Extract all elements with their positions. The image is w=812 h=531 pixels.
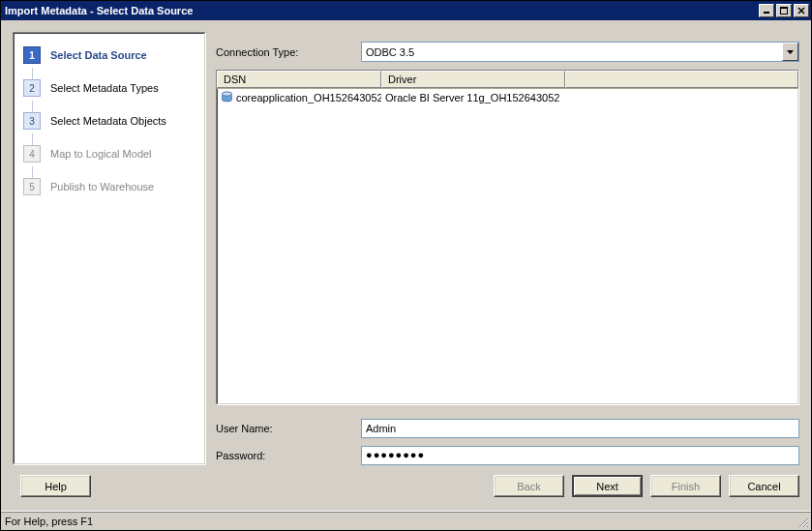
svg-marker-5 (787, 50, 794, 54)
step-label: Map to Logical Model (50, 148, 152, 160)
wizard-step-select-data-source[interactable]: 1 Select Data Source (14, 39, 205, 72)
username-input[interactable] (361, 419, 799, 438)
step-number: 1 (23, 46, 41, 64)
step-number: 4 (23, 145, 41, 162)
finish-button[interactable]: Finish (650, 475, 721, 497)
dialog-body: 1 Select Data Source 2 Select Metadata T… (1, 20, 811, 511)
back-button[interactable]: Back (494, 475, 564, 497)
step-number: 2 (23, 79, 41, 97)
close-button[interactable] (794, 4, 809, 17)
username-label: User Name: (216, 423, 361, 434)
password-input[interactable]: ●●●●●●●● (361, 446, 799, 465)
col-dsn[interactable]: DSN (217, 71, 381, 88)
list-row[interactable]: coreapplication_OH152643052 Oracle BI Se… (217, 89, 798, 105)
wizard-steps: 1 Select Data Source 2 Select Metadata T… (13, 32, 206, 465)
step-number: 3 (23, 112, 41, 130)
connection-type-value: ODBC 3.5 (362, 46, 782, 58)
list-body: coreapplication_OH152643052 Oracle BI Se… (217, 89, 798, 404)
close-icon (797, 7, 805, 15)
button-bar: Help Back Next Finish Cancel (13, 465, 799, 499)
wizard-step-select-metadata-objects[interactable]: 3 Select Metadata Objects (14, 104, 205, 137)
svg-point-7 (223, 92, 232, 96)
col-driver[interactable]: Driver (381, 71, 565, 88)
step-label: Select Data Source (50, 49, 147, 61)
chevron-down-icon (787, 50, 794, 54)
connection-type-combo[interactable]: ODBC 3.5 (361, 42, 799, 62)
connection-type-row: Connection Type: ODBC 3.5 (216, 42, 799, 62)
right-panel: Connection Type: ODBC 3.5 DSN Driver (216, 32, 799, 465)
password-row: Password: ●●●●●●●● (216, 446, 799, 465)
maximize-button[interactable] (776, 4, 792, 17)
password-label: Password: (216, 450, 361, 461)
step-number: 5 (23, 178, 41, 195)
cell-driver: Oracle BI Server 11g_OH152643052 (381, 91, 565, 104)
statusbar: For Help, press F1 (1, 511, 811, 530)
list-header: DSN Driver (217, 71, 798, 89)
wizard-step-publish-to-warehouse[interactable]: 5 Publish to Warehouse (14, 170, 205, 203)
cell-dsn: coreapplication_OH152643052 (217, 90, 381, 104)
step-label: Publish to Warehouse (50, 181, 154, 192)
combo-dropdown-button[interactable] (782, 43, 798, 61)
connection-type-label: Connection Type: (216, 46, 361, 58)
username-row: User Name: (216, 419, 799, 438)
wizard-step-map-to-logical-model[interactable]: 4 Map to Logical Model (14, 137, 205, 170)
minimize-icon (763, 7, 770, 15)
maximize-icon (780, 7, 788, 15)
svg-line-12 (807, 526, 808, 527)
dsn-list[interactable]: DSN Driver (216, 70, 799, 405)
next-button[interactable]: Next (572, 475, 643, 497)
resize-grip-icon[interactable] (797, 516, 809, 528)
minimize-button[interactable] (759, 4, 774, 17)
cancel-button[interactable]: Cancel (729, 475, 799, 497)
help-button[interactable]: Help (20, 475, 91, 497)
dsn-value: coreapplication_OH152643052 (236, 92, 381, 103)
titlebar: Import Metadata - Select Data Source (1, 1, 811, 20)
step-label: Select Metadata Types (50, 82, 159, 94)
upper-area: 1 Select Data Source 2 Select Metadata T… (13, 32, 799, 465)
wizard-step-select-metadata-types[interactable]: 2 Select Metadata Types (14, 72, 205, 104)
window: Import Metadata - Select Data Source 1 S… (0, 0, 812, 531)
svg-line-8 (799, 518, 808, 527)
database-icon (221, 91, 233, 103)
window-controls (757, 4, 809, 17)
col-spacer (565, 71, 798, 88)
step-label: Select Metadata Objects (50, 115, 166, 127)
window-title: Import Metadata - Select Data Source (5, 5, 757, 16)
statusbar-text: For Help, press F1 (5, 516, 93, 527)
